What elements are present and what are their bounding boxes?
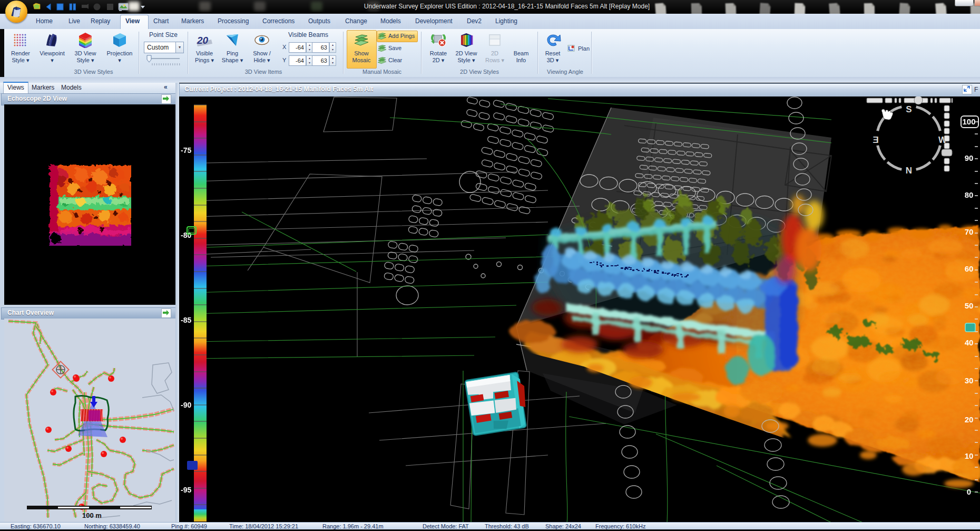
- svg-text:N: N: [906, 166, 912, 176]
- svg-text:-90: -90: [181, 401, 191, 409]
- svg-text:0: 0: [967, 487, 971, 496]
- svg-text:60: 60: [965, 264, 974, 273]
- svg-text:S: S: [906, 104, 912, 114]
- svg-text:90: 90: [965, 153, 974, 162]
- svg-text:100 m: 100 m: [82, 511, 102, 519]
- svg-text:70: 70: [965, 227, 974, 236]
- svg-text:50: 50: [965, 301, 974, 310]
- svg-text:E: E: [873, 135, 878, 145]
- svg-text:80: 80: [965, 190, 974, 199]
- svg-text:40: 40: [965, 338, 974, 347]
- svg-text:10: 10: [965, 451, 974, 460]
- svg-text:100: 100: [962, 117, 975, 126]
- svg-text:20: 20: [965, 415, 974, 424]
- svg-text:20: 20: [197, 35, 209, 46]
- svg-text:-95: -95: [181, 486, 191, 494]
- svg-text:-75: -75: [181, 146, 191, 155]
- svg-text:30: 30: [965, 376, 974, 385]
- svg-text:-85: -85: [181, 316, 191, 324]
